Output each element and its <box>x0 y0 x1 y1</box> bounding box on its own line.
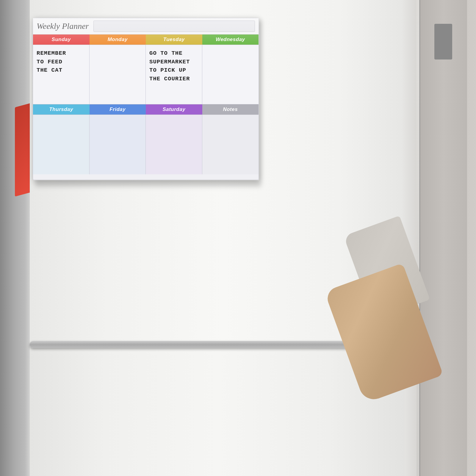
bottom-content-row <box>33 115 259 174</box>
weekly-planner: Weekly Planner Sunday Monday Tuesday Wed… <box>33 18 259 180</box>
day-header-wednesday: Wednesday <box>202 35 259 45</box>
day-header-thursday: Thursday <box>33 104 90 115</box>
day-header-monday: Monday <box>90 35 146 45</box>
planner-header: Weekly Planner <box>33 18 259 35</box>
right-cabinet <box>419 0 467 476</box>
day-header-tuesday: Tuesday <box>146 35 202 45</box>
top-content-row: REMEMBERTO FEEDTHE CAT GO TO THESUPERMAR… <box>33 45 259 104</box>
day-header-friday: Friday <box>90 104 146 115</box>
cell-sunday[interactable]: REMEMBERTO FEEDTHE CAT <box>33 45 90 104</box>
cell-thursday[interactable] <box>33 115 90 174</box>
cell-monday[interactable] <box>90 45 146 104</box>
cell-tuesday[interactable]: GO TO THESUPERMARKETTO PICK UPTHE COURIE… <box>146 45 202 104</box>
cell-notes[interactable] <box>202 115 259 174</box>
freezer-body <box>30 345 405 476</box>
planner-date-box[interactable] <box>93 21 255 32</box>
day-header-saturday: Saturday <box>146 104 202 115</box>
day-header-sunday: Sunday <box>33 35 90 45</box>
cell-wednesday[interactable] <box>202 45 259 104</box>
planner-title: Weekly Planner <box>37 21 89 31</box>
top-days-header-row: Sunday Monday Tuesday Wednesday <box>33 35 259 45</box>
bottom-days-header-row: Thursday Friday Saturday Notes <box>33 104 259 115</box>
day-header-notes: Notes <box>202 104 259 115</box>
cell-sunday-text: REMEMBERTO FEEDTHE CAT <box>37 49 86 75</box>
cell-tuesday-text: GO TO THESUPERMARKETTO PICK UPTHE COURIE… <box>149 49 198 83</box>
utensil-holder <box>434 24 452 60</box>
cell-saturday[interactable] <box>146 115 202 174</box>
cell-friday[interactable] <box>90 115 146 174</box>
